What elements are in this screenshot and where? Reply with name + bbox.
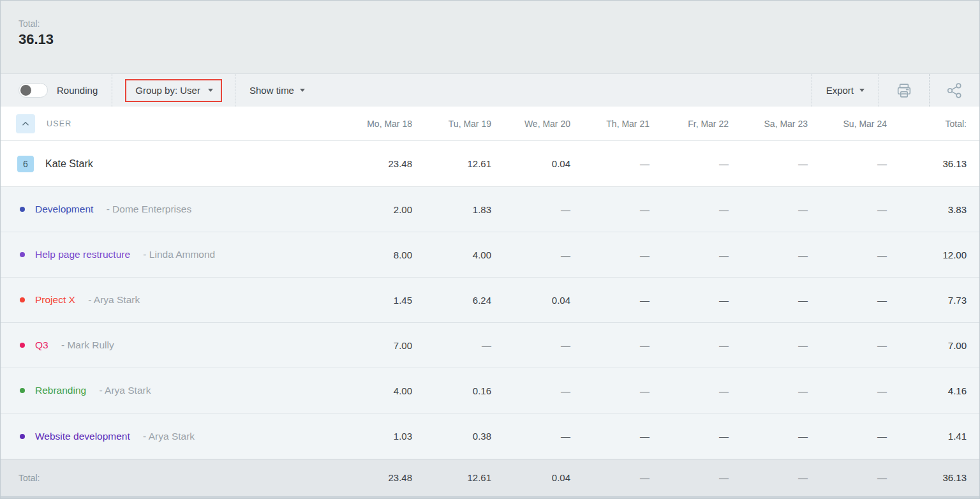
project-row: Development - Dome Enterprises2.001.83——… [1, 187, 979, 232]
chevron-down-icon [859, 89, 865, 92]
day-value-cell: — [573, 158, 652, 169]
export-label: Export [826, 85, 854, 96]
day-column-header: Fr, Mar 22 [652, 119, 731, 129]
day-value-cell: — [652, 250, 731, 260]
project-row-first-cell: Project X - Arya Stark [1, 294, 336, 306]
footer-day-total-cell: 23.48 [336, 472, 415, 483]
day-value-cell: — [731, 158, 810, 169]
project-row: Website development - Arya Stark1.030.38… [1, 413, 979, 459]
share-icon [946, 82, 963, 100]
day-value-cell: — [494, 204, 573, 215]
row-total-cell: 3.83 [889, 204, 979, 215]
project-row: Q3 - Mark Rully7.00——————7.00 [1, 323, 979, 368]
day-value-cell: 4.00 [336, 385, 415, 396]
day-value-cell: 2.00 [336, 204, 415, 215]
toggle-knob [20, 85, 31, 96]
day-value-cell: 23.48 [336, 158, 415, 169]
project-name[interactable]: Project X [35, 294, 75, 306]
day-value-cell: — [573, 385, 652, 396]
day-value-cell: 1.45 [336, 295, 415, 306]
day-value-cell: — [810, 385, 889, 396]
day-value-cell: — [731, 250, 810, 260]
day-value-cell: — [810, 158, 889, 169]
row-total-cell: 7.00 [889, 340, 979, 351]
export-dropdown[interactable]: Export [812, 74, 879, 107]
day-value-cell: — [494, 431, 573, 442]
day-value-cell: 0.16 [415, 385, 494, 396]
day-column-header: Su, Mar 24 [810, 119, 889, 129]
project-client: - Arya Stark [96, 385, 151, 396]
user-column-header: USER [47, 119, 72, 128]
project-color-dot-icon [20, 297, 25, 302]
rounding-toggle[interactable]: Rounding [1, 74, 112, 107]
project-row-first-cell: Q3 - Mark Rully [1, 339, 336, 351]
user-row-first-cell: 6 Kate Stark [1, 156, 336, 172]
day-value-cell: — [810, 431, 889, 442]
group-by-label: Group by: User [135, 85, 200, 96]
summary-total-label: Total: [19, 19, 979, 29]
day-value-cell: — [652, 295, 731, 306]
user-entry-count-badge: 6 [17, 156, 34, 172]
total-column-header: Total: [889, 119, 979, 129]
project-color-dot-icon [20, 343, 25, 348]
project-name[interactable]: Website development [35, 431, 130, 442]
footer-day-total-cell: — [652, 472, 731, 483]
day-column-header: Th, Mar 21 [573, 119, 652, 129]
day-value-cell: — [573, 340, 652, 351]
project-name[interactable]: Rebranding [35, 385, 86, 396]
day-value-cell: 1.83 [415, 204, 494, 215]
day-value-cell: 12.61 [415, 158, 494, 169]
project-client: - Linda Ammond [140, 249, 215, 260]
day-value-cell: — [573, 431, 652, 442]
project-row-first-cell: Help page restructure - Linda Ammond [1, 249, 336, 260]
day-value-cell: — [731, 340, 810, 351]
project-name[interactable]: Development [35, 204, 93, 215]
day-value-cell: — [652, 431, 731, 442]
project-row-first-cell: Website development - Arya Stark [1, 431, 336, 442]
day-value-cell: — [731, 295, 810, 306]
bottom-edge [1, 496, 979, 498]
show-time-dropdown[interactable]: Show time [235, 74, 319, 107]
project-client: - Mark Rully [59, 339, 114, 351]
print-button[interactable] [879, 74, 929, 107]
chevron-up-icon [21, 119, 30, 128]
footer-day-total-cell: 12.61 [415, 472, 494, 483]
row-total-cell: 7.73 [889, 295, 979, 306]
day-value-cell: — [652, 204, 731, 215]
day-value-cell: — [415, 340, 494, 351]
footer-grand-total-cell: 36.13 [889, 472, 979, 483]
project-row: Help page restructure - Linda Ammond8.00… [1, 232, 979, 278]
project-color-dot-icon [20, 207, 25, 212]
table-header-row: USER Mo, Mar 18Tu, Mar 19We, Mar 20Th, M… [1, 107, 979, 141]
rounding-label: Rounding [57, 85, 98, 96]
collapse-all-button[interactable] [16, 114, 35, 133]
row-total-cell: 36.13 [889, 158, 979, 169]
project-client: - Arya Stark [85, 294, 140, 306]
user-name[interactable]: Kate Stark [45, 158, 93, 170]
day-column-header: Sa, Mar 23 [731, 119, 810, 129]
day-value-cell: — [573, 295, 652, 306]
project-row: Project X - Arya Stark1.456.240.04————7.… [1, 278, 979, 323]
day-value-cell: — [652, 158, 731, 169]
project-row: Rebranding - Arya Stark4.000.16—————4.16 [1, 368, 979, 413]
day-value-cell: 0.38 [415, 431, 494, 442]
toolbar-divider [112, 74, 112, 107]
project-name[interactable]: Help page restructure [35, 249, 130, 260]
day-column-header: Mo, Mar 18 [336, 119, 415, 129]
day-value-cell: — [731, 385, 810, 396]
row-total-cell: 12.00 [889, 250, 979, 260]
project-name[interactable]: Q3 [35, 339, 48, 351]
share-button[interactable] [930, 74, 979, 107]
day-value-cell: — [810, 340, 889, 351]
project-color-dot-icon [20, 434, 25, 439]
chevron-down-icon [208, 89, 213, 92]
group-by-dropdown[interactable]: Group by: User [125, 79, 222, 102]
day-value-cell: — [652, 340, 731, 351]
project-row-first-cell: Development - Dome Enterprises [1, 204, 336, 215]
project-color-dot-icon [20, 252, 25, 257]
printer-icon [895, 82, 913, 100]
row-total-cell: 4.16 [889, 385, 979, 396]
day-value-cell: 1.03 [336, 431, 415, 442]
summary-banner: Total: 36.13 [1, 1, 979, 73]
toggle-off-icon [19, 83, 48, 98]
